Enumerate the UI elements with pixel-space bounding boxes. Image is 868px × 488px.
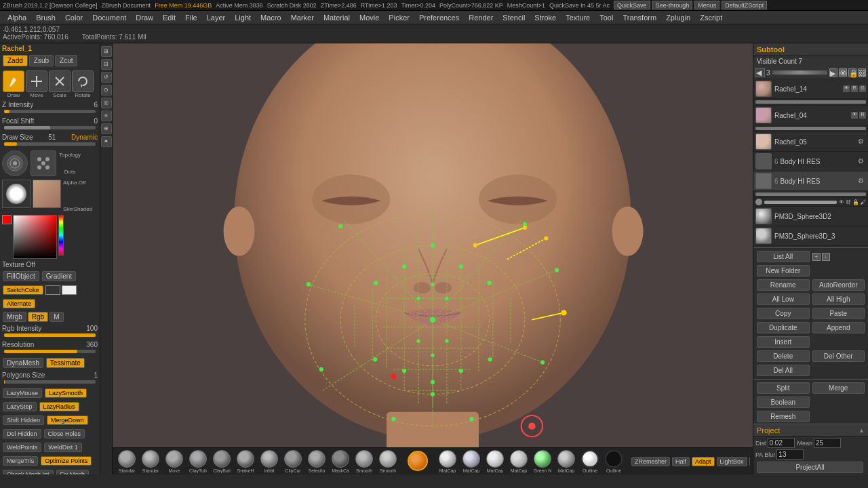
vt-btn-1[interactable]: ⊞ (101, 46, 112, 57)
matcap-4[interactable]: MatCap (509, 450, 529, 473)
list-add-icon[interactable]: + (812, 253, 821, 261)
subtool-gear-rachel05[interactable]: ⚙ (858, 138, 866, 146)
menu-preferences[interactable]: Preferences (414, 12, 464, 23)
duplicate-button[interactable]: Duplicate (757, 322, 810, 333)
alpha-off-preview[interactable] (2, 180, 31, 208)
subtool-icon-g[interactable]: G (859, 85, 866, 92)
mean-input[interactable] (814, 438, 841, 448)
layer-chain-icon[interactable]: ⛓ (858, 68, 866, 77)
menu-file[interactable]: File (180, 12, 202, 23)
brush-clay-buildup[interactable]: ClayBuil (212, 450, 232, 473)
active-material-preview[interactable] (406, 451, 429, 472)
matcap-green[interactable]: Green N (532, 450, 553, 473)
menu-zscript[interactable]: Zscript (695, 12, 727, 23)
vt-btn-3[interactable]: ↺ (101, 72, 112, 83)
layer-start-icon[interactable]: ▶ (829, 68, 837, 77)
insert-button[interactable]: Insert (757, 336, 810, 348)
matcap-5[interactable]: MatCap (556, 450, 576, 473)
merge-down-button[interactable]: MergeDown (47, 415, 88, 425)
remesh-button[interactable]: Remesh (757, 411, 810, 422)
move-brush-icon[interactable] (26, 70, 47, 92)
all-low-button[interactable]: All Low (757, 293, 810, 305)
subtool-icon-r[interactable]: R (851, 85, 858, 92)
vt-btn-5[interactable]: ◎ (101, 98, 112, 108)
rename-button[interactable]: Rename (757, 279, 810, 291)
brush-preset-dots[interactable] (31, 150, 56, 176)
see-through-button[interactable]: See-through (652, 1, 693, 9)
auto-reorder-button[interactable]: AutoReorder (812, 279, 865, 291)
del-all-button[interactable]: Del All (757, 365, 810, 376)
menu-document[interactable]: Document (87, 12, 131, 23)
color-preview-light[interactable] (62, 285, 77, 295)
subtool-item-pm3d2[interactable]: PM3D_Sphere3D2 (753, 207, 868, 226)
merge-tris-button[interactable]: MergeTris (3, 456, 38, 466)
project-all-button[interactable]: ProjectAll (757, 462, 863, 473)
rotate-brush-icon[interactable] (72, 70, 94, 92)
paste-button[interactable]: Paste (812, 308, 865, 319)
new-folder-button[interactable]: New Folder (757, 265, 810, 277)
dist-input[interactable] (768, 438, 795, 448)
menus-button[interactable]: Menus (694, 1, 719, 9)
lazy-radius-button[interactable]: LazyRadius (39, 402, 79, 411)
check-mesh-int-button[interactable]: Check Mesh Int (3, 470, 54, 474)
weld-points-button[interactable]: WeldPoints (3, 443, 41, 452)
menu-stencil[interactable]: Stencil (498, 12, 530, 23)
vt-btn-7[interactable]: ⊕ (101, 123, 112, 134)
canvas-area[interactable]: ⊞ ⊟ ↺ ⊙ ◎ ≡ ⊕ ✦ SPix 3 (100, 43, 753, 474)
zsub-button[interactable]: Zsub (29, 55, 54, 66)
fix-mesh-button[interactable]: Fix Mesh (56, 470, 90, 474)
optimize-points-button[interactable]: Optimize Points (41, 456, 92, 466)
layer-lock-icon[interactable]: 🔒 (848, 68, 856, 77)
list-down-icon[interactable]: ↓ (822, 253, 830, 261)
lazy-step-button[interactable]: LazyStep (3, 402, 37, 411)
brush-smooth-stronger[interactable]: Smooth (354, 450, 374, 473)
z-intensity-slider[interactable] (4, 110, 96, 113)
merge-button[interactable]: Merge (812, 382, 865, 394)
skin-shaded-preview[interactable] (33, 180, 61, 208)
menu-transform[interactable]: Transform (618, 12, 661, 23)
zremesher-button[interactable]: ZRemesher (631, 457, 670, 466)
quicksave-button[interactable]: QuickSave (614, 1, 650, 9)
color-preview-dark[interactable] (45, 285, 60, 295)
append-button[interactable]: Append (812, 322, 865, 333)
scale-brush-icon[interactable] (49, 70, 71, 92)
menu-tool[interactable]: Tool (595, 12, 618, 23)
menu-layer[interactable]: Layer (202, 12, 231, 23)
switch-color-button[interactable]: SwitchColor (3, 285, 43, 295)
foreground-color-swatch[interactable] (2, 215, 12, 224)
del-other-button[interactable]: Del Other (812, 350, 865, 362)
menu-material[interactable]: Material (319, 12, 355, 23)
brush-inflate[interactable]: Inflat (259, 450, 279, 473)
brush-mask-pen[interactable]: MaskCa (330, 450, 351, 473)
menu-render[interactable]: Render (464, 12, 498, 23)
alternate-button[interactable]: Alternate (3, 299, 35, 308)
subtool-paint-1[interactable]: 🖌 (861, 199, 866, 205)
color-gradient[interactable] (13, 215, 57, 259)
vt-btn-4[interactable]: ⊙ (101, 85, 112, 96)
menu-stroke[interactable]: Stroke (530, 12, 561, 23)
close-holes-button[interactable]: Close Holes (44, 429, 85, 439)
zadd-button[interactable]: Zadd (3, 55, 28, 66)
matcap-1[interactable]: MatCap (437, 450, 458, 473)
subtool-item-rachel05[interactable]: Rachel_05 ⚙ (753, 132, 868, 152)
menu-brush[interactable]: Brush (31, 12, 60, 23)
dynamesh-button[interactable]: DynaMesh (3, 358, 43, 368)
copy-button[interactable]: Copy (757, 308, 810, 319)
draw-size-slider[interactable] (4, 142, 96, 146)
subtool-icon-r-04[interactable]: R (859, 112, 866, 119)
brush-clay-tubes[interactable]: ClayTub (188, 450, 208, 473)
menu-alpha[interactable]: Alpha (3, 12, 31, 23)
hue-slider[interactable] (58, 215, 64, 256)
subtool-eye-1[interactable]: 👁 (839, 199, 844, 205)
del-hidden-button[interactable]: Del Hidden (3, 429, 41, 439)
brush-preset-topology[interactable] (2, 150, 28, 176)
mrgb-button[interactable]: Mrgb (3, 312, 26, 322)
resolution-slider[interactable] (4, 350, 96, 353)
m-button[interactable]: M (50, 312, 63, 322)
brush-standard[interactable]: Standar (117, 450, 137, 473)
menu-texture[interactable]: Texture (561, 12, 595, 23)
delete-button[interactable]: Delete (757, 350, 810, 362)
default-zscript-button[interactable]: DefaultZScript (722, 1, 767, 9)
rgb-button[interactable]: Rgb (28, 312, 48, 322)
polygons-size-slider[interactable] (4, 380, 96, 384)
